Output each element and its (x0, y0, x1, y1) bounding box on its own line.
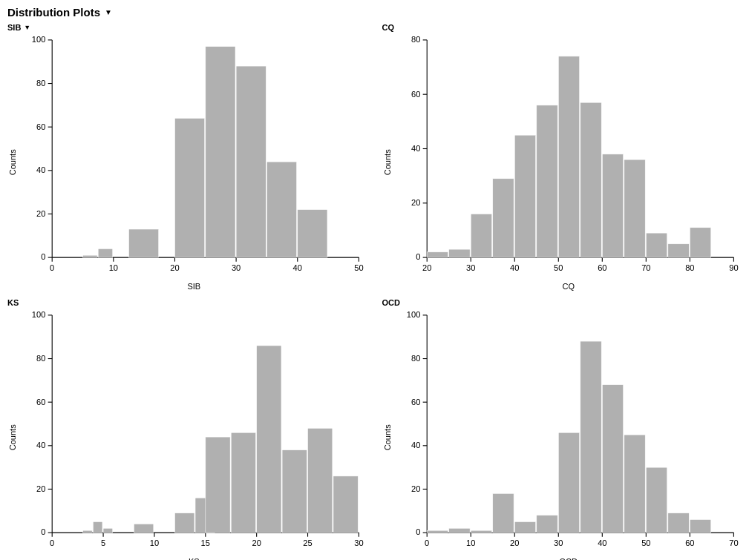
svg-text:60: 60 (36, 398, 45, 406)
chart-inner-cq: 2030405060708090020406080CQ (396, 33, 742, 291)
plot-cq: CQCounts2030405060708090020406080CQ (382, 23, 742, 291)
svg-text:60: 60 (411, 398, 419, 406)
bar-sib-6 (266, 162, 296, 257)
svg-text:0: 0 (425, 538, 429, 547)
svg-ks: 051015202530020406080100 (21, 309, 367, 556)
bar-ks-4 (174, 513, 194, 533)
bar-sib-7 (298, 210, 327, 258)
plot-title-ks: KS (7, 298, 19, 307)
svg-text:20: 20 (36, 484, 45, 493)
svg-text:50: 50 (554, 263, 563, 272)
plot-label-ks: KS (7, 298, 367, 307)
plot-dropdown-arrow-sib[interactable]: ▼ (24, 24, 30, 31)
svg-text:50: 50 (641, 538, 650, 547)
bar-ocd-7 (580, 341, 601, 533)
y-axis-label-ocd: Counts (382, 309, 393, 560)
bar-cq-9 (624, 159, 644, 257)
svg-cq: 2030405060708090020406080 (396, 33, 742, 280)
svg-text:0: 0 (41, 252, 45, 261)
bar-cq-4 (514, 135, 535, 257)
bar-ks-2 (103, 528, 113, 533)
svg-text:0: 0 (50, 263, 54, 272)
x-axis-label-ks: KS (21, 557, 367, 560)
svg-text:0: 0 (50, 538, 54, 547)
svg-text:0: 0 (416, 528, 420, 537)
svg-sib: 01020304050020406080100 (21, 33, 367, 280)
plot-ks: KSCounts051015202530020406080100KS (7, 298, 367, 560)
chart-inner-ks: 051015202530020406080100KS (21, 309, 367, 560)
svg-text:50: 50 (354, 263, 363, 272)
svg-text:20: 20 (411, 484, 419, 493)
bar-ocd-9 (624, 435, 644, 533)
svg-text:30: 30 (232, 263, 241, 272)
bar-sib-1 (98, 248, 113, 257)
svg-text:20: 20 (510, 538, 519, 547)
svg-text:100: 100 (406, 310, 420, 319)
bar-sib-3 (174, 118, 204, 257)
svg-text:0: 0 (41, 528, 45, 537)
x-axis-label-sib: SIB (21, 282, 367, 291)
svg-text:90: 90 (729, 263, 738, 272)
page-title: Distribution Plots (7, 6, 100, 19)
bar-cq-11 (667, 244, 688, 257)
svg-text:30: 30 (466, 263, 475, 272)
svg-text:20: 20 (411, 198, 419, 207)
bar-ks-11 (308, 429, 333, 533)
page-header: Distribution Plots ▼ (7, 6, 742, 19)
bar-sib-5 (236, 66, 266, 257)
bar-cq-10 (646, 233, 667, 257)
svg-text:40: 40 (510, 263, 519, 272)
svg-text:10: 10 (150, 538, 159, 547)
bar-ks-6 (206, 437, 230, 533)
svg-text:5: 5 (101, 538, 105, 547)
bar-ocd-5 (536, 515, 557, 533)
svg-text:40: 40 (293, 263, 302, 272)
bar-sib-0 (83, 255, 98, 257)
bar-cq-12 (690, 228, 710, 257)
bar-ks-7 (231, 432, 255, 533)
header-dropdown-arrow[interactable]: ▼ (105, 8, 112, 16)
y-axis-label-sib: Counts (7, 33, 18, 291)
svg-text:20: 20 (170, 263, 179, 272)
plot-label-ocd: OCD (382, 298, 742, 307)
plot-title-cq: CQ (382, 23, 395, 32)
svg-text:60: 60 (598, 263, 606, 272)
chart-inner-sib: 01020304050020406080100SIB (21, 33, 367, 291)
svg-text:40: 40 (411, 144, 419, 153)
bar-ks-0 (83, 530, 93, 533)
svg-text:70: 70 (729, 538, 738, 547)
bar-ks-9 (257, 346, 281, 533)
bar-cq-1 (448, 249, 469, 257)
plot-label-sib: SIB▼ (7, 23, 367, 32)
svg-text:80: 80 (36, 354, 45, 363)
bar-sib-4 (206, 47, 235, 257)
svg-text:60: 60 (36, 122, 45, 131)
svg-text:40: 40 (411, 441, 419, 449)
bar-ocd-12 (690, 520, 710, 533)
bar-cq-8 (602, 154, 623, 257)
svg-text:100: 100 (32, 35, 46, 44)
plot-title-ocd: OCD (382, 298, 400, 307)
svg-text:10: 10 (466, 538, 475, 547)
plot-label-cq: CQ (382, 23, 742, 32)
bar-cq-7 (580, 102, 601, 257)
plots-grid: SIB▼Counts01020304050020406080100SIBCQCo… (7, 23, 742, 549)
bar-cq-6 (558, 56, 579, 257)
svg-text:60: 60 (685, 538, 694, 547)
svg-text:25: 25 (303, 538, 312, 547)
chart-area-ocd: Counts010203040506070020406080100OCD (382, 309, 742, 560)
bar-sib-2 (129, 229, 159, 257)
x-axis-label-cq: CQ (396, 282, 742, 291)
y-axis-label-ks: Counts (7, 309, 18, 560)
svg-text:70: 70 (641, 263, 650, 272)
bar-ks-1 (93, 522, 102, 533)
page: Distribution Plots ▼ SIB▼Counts010203040… (0, 0, 749, 560)
plot-ocd: OCDCounts010203040506070020406080100OCD (382, 298, 742, 560)
svg-text:60: 60 (411, 90, 419, 99)
bar-ocd-4 (514, 522, 535, 533)
svg-text:80: 80 (411, 354, 419, 363)
bar-ocd-3 (492, 494, 513, 533)
svg-text:80: 80 (36, 79, 45, 88)
bar-ks-3 (134, 524, 153, 533)
chart-area-sib: Counts01020304050020406080100SIB (7, 33, 367, 291)
